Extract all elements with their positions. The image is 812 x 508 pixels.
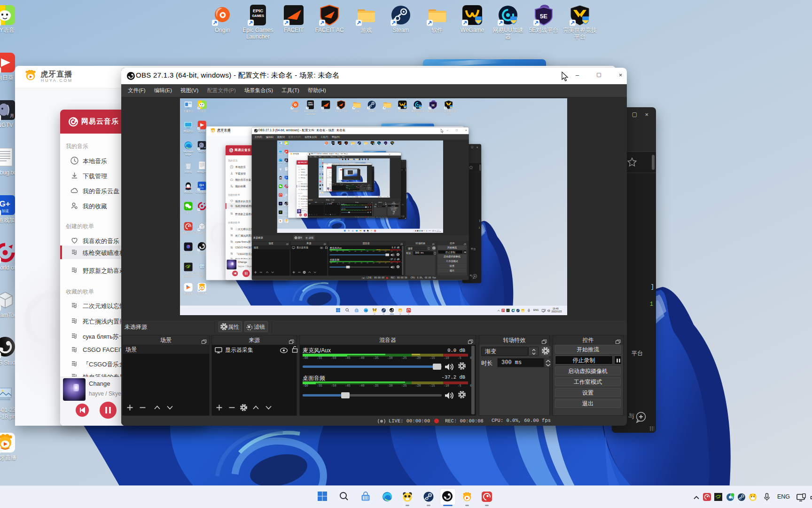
svg-text:月: 月 (10, 113, 14, 118)
svg-text:5E: 5E (385, 143, 386, 144)
svg-text:EPIC: EPIC (332, 142, 335, 143)
svg-text:EPIC: EPIC (308, 102, 313, 104)
svg-text:G+: G+ (199, 183, 204, 187)
svg-text:GAMES: GAMES (332, 143, 334, 143)
svg-text:G+: G+ (0, 199, 10, 208)
svg-text:加速: 加速 (1, 209, 9, 213)
svg-text:GAMES: GAMES (308, 104, 313, 106)
svg-text:加速: 加速 (200, 188, 203, 190)
svg-text:5E: 5E (540, 13, 547, 20)
svg-text:EPIC: EPIC (253, 8, 263, 13)
svg-text:月: 月 (204, 147, 206, 149)
svg-text:5E: 5E (431, 104, 435, 107)
svg-text:GAMES: GAMES (252, 14, 264, 17)
